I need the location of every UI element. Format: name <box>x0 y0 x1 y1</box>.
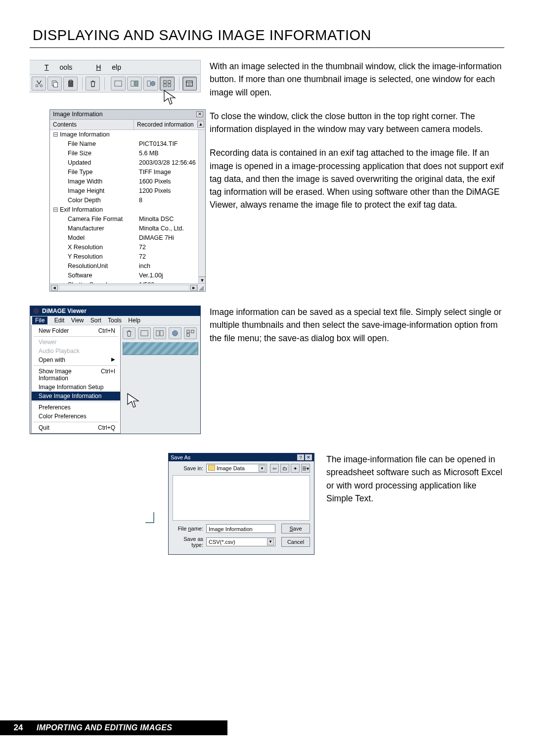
menu-sort[interactable]: Sort <box>90 317 101 324</box>
scroll-left-icon[interactable]: ◄ <box>51 285 58 291</box>
new-folder-icon[interactable]: ✦ <box>291 464 300 473</box>
file-list-area[interactable] <box>173 475 310 521</box>
menu-item-new-folder[interactable]: New Folder Ctrl+N <box>32 326 120 335</box>
menu-file[interactable]: File <box>32 316 47 324</box>
image-info-screenshot: Tools Help D <box>30 60 201 292</box>
help-icon[interactable]: ? <box>297 454 304 460</box>
menu-help[interactable]: Help <box>128 317 140 324</box>
view-menu-icon[interactable]: ☰▾ <box>301 464 310 473</box>
svg-rect-17 <box>141 331 148 336</box>
info-window-title: Image Information <box>53 111 103 118</box>
svg-rect-11 <box>164 80 166 83</box>
vertical-scrollbar[interactable]: ▼ <box>198 130 205 283</box>
svg-rect-23 <box>187 334 189 336</box>
menu-tools[interactable]: Tools <box>44 63 83 71</box>
menu-item-info-setup[interactable]: Image Information Setup <box>32 383 120 392</box>
image-info-button-icon[interactable]: D <box>182 77 197 90</box>
svg-rect-7 <box>131 81 134 86</box>
folder-icon <box>208 465 215 471</box>
paragraph: Image information can be saved as a spec… <box>210 306 504 345</box>
svg-rect-13 <box>164 84 166 86</box>
group-image: Image Information <box>60 130 139 139</box>
chevron-down-icon[interactable]: ▼ <box>259 465 266 472</box>
menu-edit[interactable]: Edit <box>54 317 65 324</box>
menu-item-viewer: Viewer <box>32 338 120 347</box>
menu-item-preferences[interactable]: Preferences <box>32 403 120 412</box>
divider <box>30 47 504 48</box>
copy-icon[interactable] <box>47 77 62 90</box>
menu-tools[interactable]: Tools <box>108 317 122 324</box>
thumbnail-grid-icon[interactable] <box>160 77 175 90</box>
menu-item-audio: Audio Playback <box>32 347 120 356</box>
view-icon[interactable] <box>153 327 166 339</box>
view-icon[interactable] <box>138 327 151 339</box>
save-button[interactable]: Save <box>281 524 310 534</box>
svg-rect-5 <box>69 80 72 82</box>
svg-rect-19 <box>160 331 163 336</box>
view1-icon[interactable] <box>111 77 126 90</box>
cursor-icon <box>127 393 141 407</box>
cut-icon[interactable] <box>32 77 46 90</box>
scroll-down-icon[interactable]: ▼ <box>199 276 205 283</box>
col-contents: Contents <box>50 120 134 130</box>
cancel-button[interactable]: Cancel <box>281 537 310 547</box>
close-icon[interactable]: ✕ <box>196 111 203 117</box>
chevron-down-icon[interactable]: ▼ <box>267 538 274 545</box>
connector-line <box>145 512 154 523</box>
file-menu-dropdown: New Folder Ctrl+N Viewer Audio Playback … <box>31 325 121 434</box>
svg-point-20 <box>173 331 178 336</box>
view2-icon[interactable] <box>127 77 142 90</box>
paste-icon[interactable] <box>63 77 78 90</box>
menu-view[interactable]: View <box>71 317 84 324</box>
delete-icon[interactable] <box>86 77 100 90</box>
back-icon[interactable]: ⇦ <box>270 464 279 473</box>
horizontal-scrollbar[interactable] <box>59 285 189 291</box>
up-icon[interactable]: 🗀 <box>280 464 289 473</box>
svg-point-10 <box>151 81 155 86</box>
scroll-right-icon[interactable]: ► <box>190 285 197 291</box>
paragraph: To close the window, click the close but… <box>210 110 504 136</box>
svg-point-1 <box>40 85 42 87</box>
info-key: File Name <box>60 139 139 149</box>
svg-rect-9 <box>147 81 150 86</box>
svg-rect-6 <box>115 81 122 86</box>
menu-item-color-prefs[interactable]: Color Preferences <box>32 412 120 421</box>
resize-grip-icon[interactable] <box>197 284 204 291</box>
app-menubar: Tools Help <box>30 60 201 75</box>
save-in-combo[interactable]: Image Data ▼ <box>206 464 267 473</box>
menu-item-save-info[interactable]: Save Image Information <box>32 392 120 400</box>
save-type-label: Save as type: <box>173 536 203 548</box>
callout-cursor-icon <box>49 89 183 109</box>
scroll-up-icon[interactable]: ▲ <box>197 121 204 128</box>
menu-item-quit[interactable]: QuitCtrl+Q <box>32 423 120 432</box>
svg-rect-18 <box>156 331 159 336</box>
svg-rect-14 <box>168 84 171 86</box>
page-footer: 24 IMPORTING AND EDITING IMAGES <box>0 720 227 735</box>
close-icon[interactable]: ✕ <box>305 454 312 460</box>
decorative-bar <box>123 342 198 355</box>
view3-icon[interactable] <box>143 77 158 90</box>
menu-help[interactable]: Help <box>96 63 132 71</box>
file-name-label: File name: <box>173 526 203 532</box>
save-type-combo[interactable]: CSV(*.csv) ▼ <box>206 537 275 546</box>
svg-point-0 <box>36 85 38 87</box>
col-recorded: Recorded information ▲ <box>134 120 205 130</box>
menu-item-show-info[interactable]: Show Image InformationCtrl+I <box>32 367 120 383</box>
svg-rect-8 <box>135 81 138 86</box>
page-number: 24 <box>0 723 37 733</box>
delete-icon[interactable] <box>123 327 135 339</box>
svg-rect-3 <box>53 82 57 87</box>
paragraph: Recording data is contained in an exif t… <box>210 146 504 211</box>
viewer-menubar: File Edit View Sort Tools Help <box>30 316 200 325</box>
file-name-input[interactable]: Image Information <box>206 524 275 533</box>
app-icon <box>33 308 39 314</box>
page-title: DISPLAYING AND SAVING IMAGE INFORMATION <box>33 27 504 44</box>
menu-item-open-with[interactable]: Open with▶ <box>32 356 120 364</box>
thumbnail-grid-icon[interactable] <box>184 327 197 339</box>
viewer-title: DiMAGE Viewer <box>42 308 87 314</box>
view-icon[interactable] <box>169 327 181 339</box>
svg-rect-21 <box>187 330 189 333</box>
saveas-title: Save As <box>171 454 190 460</box>
svg-text:D: D <box>188 83 191 86</box>
group-exif: Exif Information <box>60 205 139 215</box>
